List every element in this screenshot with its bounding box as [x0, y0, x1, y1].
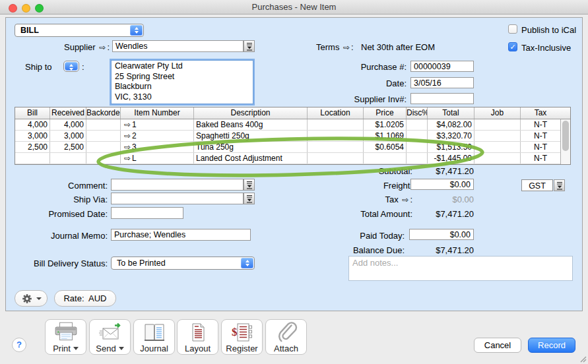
help-button[interactable]: ? [12, 338, 26, 352]
ship-to-address[interactable]: Clearwater Pty Ltd 25 Spring Street Blac… [111, 60, 253, 104]
detail-arrow-icon[interactable]: ⇨ [124, 120, 131, 129]
cell-description[interactable]: Tuna 250g [194, 142, 308, 152]
publish-ical-checkbox[interactable] [508, 24, 517, 34]
checkmark-icon: ✓ [509, 43, 515, 51]
comment-list-button[interactable] [244, 179, 255, 191]
cell-received[interactable]: 3,000 [50, 131, 86, 141]
cell-tax[interactable]: N-T [521, 153, 560, 164]
gear-icon [21, 293, 33, 305]
tax-code-list-button[interactable] [554, 179, 565, 191]
cell-location[interactable] [308, 142, 364, 152]
paid-today-input[interactable] [409, 229, 474, 240]
cell-backorder[interactable] [86, 142, 121, 152]
cell-backorder[interactable] [86, 119, 121, 130]
detail-arrow-icon[interactable]: ⇨ [124, 131, 131, 140]
cell-description[interactable]: Baked Beans 400g [194, 119, 308, 130]
publish-ical-label: Publish to iCal [521, 25, 576, 35]
cell-bill[interactable]: 3,000 [15, 131, 50, 141]
journal-label: Journal [140, 344, 168, 353]
supplier-input[interactable] [112, 40, 244, 52]
cell-job[interactable] [474, 119, 521, 130]
cell-location[interactable] [308, 153, 364, 164]
cell-disc-[interactable] [407, 153, 428, 164]
cell-tax[interactable]: N-T [521, 119, 560, 130]
cell-bill[interactable]: 2,500 [15, 142, 50, 152]
cell-location[interactable] [308, 131, 364, 141]
ship-via-list-button[interactable] [244, 193, 255, 204]
promised-date-input[interactable] [111, 207, 183, 219]
detail-arrow-icon[interactable]: ⇨ [124, 142, 131, 152]
chevron-down-icon [73, 347, 79, 350]
record-button[interactable]: Record [528, 338, 575, 353]
cell-disc-[interactable] [407, 119, 428, 130]
journal-memo-input[interactable] [111, 229, 251, 241]
supplier-inv-input[interactable] [410, 93, 474, 104]
table-scrollbar[interactable] [560, 119, 570, 164]
cell-received[interactable]: 4,000 [50, 119, 86, 130]
cell-disc-[interactable] [407, 131, 428, 141]
print-button[interactable]: Print [45, 319, 86, 355]
transaction-type-dropdown[interactable]: BILL [15, 24, 144, 37]
layout-button[interactable]: Layout [177, 319, 218, 355]
purchase-no-input[interactable] [410, 61, 474, 72]
bill-delivery-status-dropdown[interactable]: To be Printed [111, 257, 255, 270]
cell-price[interactable]: $1.1069 [364, 131, 407, 141]
cell-description[interactable]: Spaghetti 250g [194, 131, 308, 141]
cell-price[interactable] [364, 153, 407, 164]
cell-total[interactable]: $3,320.70 [428, 131, 474, 141]
rate-button[interactable]: Rate: AUD [54, 290, 116, 307]
cell-price[interactable]: $1.0205 [364, 119, 407, 130]
cell-item-number[interactable]: ⇨2 [121, 131, 194, 141]
cell-job[interactable] [474, 142, 521, 152]
journal-button[interactable]: Journal [133, 319, 175, 355]
cell-received[interactable] [50, 153, 86, 164]
cell-item-number[interactable]: ⇨1 [121, 119, 194, 130]
cell-disc-[interactable] [407, 142, 428, 152]
scrollbar-thumb[interactable] [562, 121, 569, 151]
cell-description[interactable]: Landed Cost Adjustment [194, 153, 308, 164]
attach-button[interactable]: Attach [265, 319, 307, 355]
ship-via-input[interactable] [111, 193, 244, 204]
cell-bill[interactable]: 4,000 [15, 119, 50, 130]
cell-item-number[interactable]: ⇨3 [121, 142, 194, 152]
detail-arrow-icon[interactable]: ⇨ [343, 43, 350, 52]
freight-input[interactable] [410, 179, 474, 190]
tax-code-box[interactable]: GST [521, 179, 553, 191]
detail-arrow-icon[interactable]: ⇨ [124, 154, 131, 163]
tax-inclusive-checkbox[interactable]: ✓ [508, 42, 517, 51]
cell-total[interactable]: $4,082.00 [428, 119, 474, 130]
svg-text:$: $ [232, 326, 238, 338]
cell-location[interactable] [308, 119, 364, 130]
cell-received[interactable]: 2,500 [50, 142, 86, 152]
cell-backorder[interactable] [86, 153, 121, 164]
send-button[interactable]: Send [89, 319, 131, 355]
cell-bill[interactable] [15, 153, 50, 164]
cell-total[interactable]: -$1,445.00 [428, 153, 474, 164]
cell-job[interactable] [474, 153, 521, 164]
cell-item-number[interactable]: ⇨L [121, 153, 194, 164]
register-button[interactable]: $ Register [221, 319, 263, 355]
balance-due-value: $7,471.20 [376, 245, 474, 255]
notes-input[interactable] [348, 256, 573, 281]
cell-backorder[interactable] [86, 131, 121, 141]
total-amount-value: $7,471.20 [376, 209, 474, 219]
dropdown-stepper-icon [65, 62, 78, 71]
cell-job[interactable] [474, 131, 521, 141]
cell-tax[interactable]: N-T [521, 131, 560, 141]
detail-arrow-icon[interactable]: ⇨ [99, 43, 106, 52]
cancel-button[interactable]: Cancel [474, 338, 521, 353]
title-bar: Purchases - New Item [0, 0, 588, 15]
date-input[interactable] [410, 77, 474, 88]
dropdown-stepper-icon[interactable] [130, 25, 143, 36]
settings-button[interactable] [15, 290, 48, 307]
cell-tax[interactable]: N-T [521, 142, 560, 152]
supplier-list-button[interactable] [244, 40, 255, 52]
layout-document-icon [186, 322, 210, 343]
ship-to-dropdown[interactable] [63, 61, 79, 72]
comment-input[interactable] [111, 179, 244, 191]
resize-grip[interactable] [579, 355, 587, 363]
subtotal-value: $7,471.20 [376, 166, 474, 176]
cell-price[interactable]: $0.6054 [364, 142, 407, 152]
table-header-row: BillReceivedBackorderItem NumberDescript… [15, 107, 570, 119]
cell-total[interactable]: $1,513.50 [428, 142, 474, 152]
